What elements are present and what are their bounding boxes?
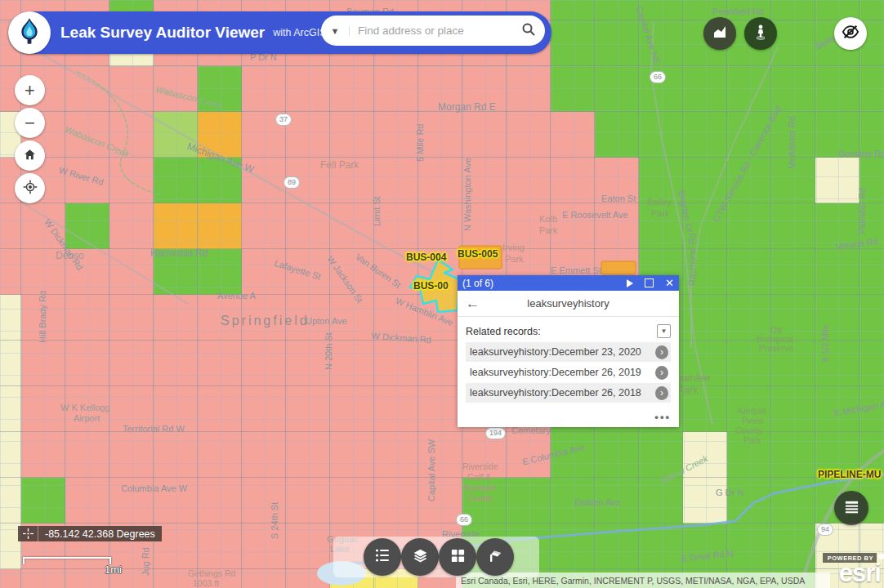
plus-icon: +: [25, 80, 35, 101]
legend-list-icon: [374, 547, 391, 567]
related-record-text: leaksurveyhistory:December 26, 2019: [466, 367, 655, 378]
esri-wordmark: esri: [820, 564, 881, 584]
attribute-table-button[interactable]: [834, 491, 868, 525]
coordinates-widget: -85.142 42.368 Degrees: [18, 526, 162, 541]
related-records-label: Related records:: [466, 326, 541, 337]
zoom-in-button[interactable]: +: [15, 75, 45, 105]
maximize-icon: [645, 278, 654, 287]
home-button[interactable]: [15, 140, 45, 171]
popup-back-button[interactable]: ←: [466, 296, 480, 310]
related-record-row[interactable]: leaksurveyhistory:December 26, 2019 ›: [466, 363, 671, 382]
feature-label[interactable]: BUS-00: [413, 280, 449, 292]
basemap-grid-icon: [450, 548, 466, 567]
feature-popup: (1 of 6) ✕ ← leaksurveyhistory Related r…: [458, 275, 679, 427]
app-header: Leak Survey Auditor Viewer with ArcGIS ▼: [8, 11, 551, 54]
feature-labels-layer: BUS-004BUS-005BUS-00PIPELINE-MU: [0, 0, 884, 588]
popup-header: ← leaksurveyhistory: [458, 291, 679, 317]
search-bar: ▼: [321, 16, 545, 46]
hide-ui-button[interactable]: [834, 17, 867, 50]
app-logo: [8, 11, 51, 54]
search-icon: [521, 22, 536, 40]
coordinates-readout: -85.142 42.368 Degrees: [38, 528, 162, 540]
scale-label: 1mi: [105, 564, 122, 576]
popup-more-button[interactable]: •••: [458, 406, 679, 427]
search-button[interactable]: [512, 22, 545, 40]
record-open-button[interactable]: ›: [655, 345, 668, 359]
esri-logo: POWERED BY esri: [820, 549, 884, 588]
popup-next-button[interactable]: [626, 279, 633, 287]
related-record-text: leaksurveyhistory:December 23, 2020: [466, 346, 655, 358]
search-input[interactable]: [350, 24, 512, 37]
flame-icon: [17, 17, 42, 48]
home-icon: [23, 145, 37, 167]
record-open-button[interactable]: ›: [655, 366, 668, 380]
popup-pager: (1 of 6): [462, 278, 614, 289]
crosshair-icon[interactable]: [18, 526, 38, 541]
basemap-gallery-button[interactable]: [439, 538, 476, 576]
map-canvas[interactable]: Pennfield RdBauman RdBellevue RdP Dr NMo…: [0, 0, 884, 588]
related-record-text: leaksurveyhistory:December 26, 2018: [466, 387, 655, 399]
bookmark-widget-button[interactable]: [476, 538, 514, 576]
related-record-row[interactable]: leaksurveyhistory:December 23, 2020 ›: [466, 342, 671, 362]
eye-off-icon: [842, 23, 859, 44]
popup-title: leaksurveyhistory: [458, 297, 679, 310]
feature-label[interactable]: BUS-005: [458, 248, 498, 260]
app-title: Leak Survey Auditor Viewer: [60, 24, 265, 42]
chart-widget-button[interactable]: [703, 17, 736, 50]
area-chart-icon: [712, 24, 728, 43]
popup-body: Related records: ▼ leaksurveyhistory:Dec…: [458, 317, 679, 406]
street-view-person-icon: [752, 24, 769, 43]
minus-icon: −: [25, 113, 35, 134]
zoom-out-button[interactable]: −: [15, 108, 45, 138]
feature-label[interactable]: BUS-004: [406, 252, 446, 263]
legend-widget-button[interactable]: [364, 538, 401, 576]
search-source-dropdown[interactable]: ▼: [321, 26, 350, 36]
popup-close-button[interactable]: ✕: [665, 277, 674, 289]
scale-bar: [23, 557, 111, 564]
locate-button[interactable]: [15, 173, 45, 203]
app-window: Pennfield RdBauman RdBellevue RdP Dr NMo…: [0, 0, 884, 588]
table-icon: [844, 499, 859, 518]
record-open-button[interactable]: ›: [655, 386, 668, 400]
popup-titlebar[interactable]: (1 of 6) ✕: [458, 275, 679, 291]
feature-label[interactable]: PIPELINE-MU: [818, 469, 881, 480]
related-records-dropdown[interactable]: ▼: [657, 324, 671, 338]
bookmark-flag-icon: [487, 547, 503, 567]
related-record-row[interactable]: leaksurveyhistory:December 26, 2018 ›: [466, 383, 671, 403]
layers-widget-button[interactable]: [401, 538, 439, 576]
popup-maximize-button[interactable]: [645, 278, 654, 287]
layers-icon: [412, 547, 429, 568]
app-subtitle: with ArcGIS: [273, 27, 326, 38]
street-view-button[interactable]: [744, 17, 777, 50]
locate-icon: [23, 178, 38, 199]
